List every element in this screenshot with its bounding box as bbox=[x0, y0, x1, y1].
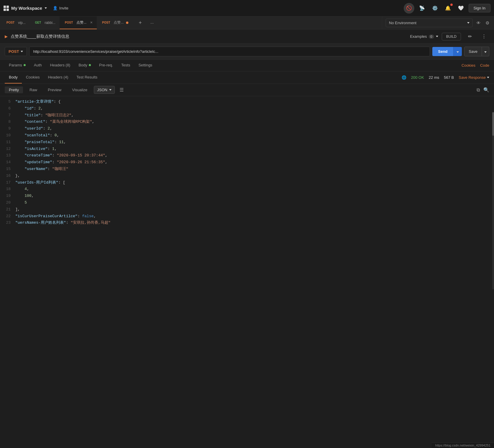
line-number: 9 bbox=[0, 126, 15, 132]
more-options-button[interactable]: ⋮ bbox=[479, 31, 489, 42]
workspace-button[interactable]: My Workspace bbox=[4, 6, 47, 11]
json-line: 22"isCurUserPraiseCurArtilce": false, bbox=[0, 213, 494, 220]
pretty-label: Pretty bbox=[9, 88, 19, 92]
edit-button[interactable]: ✏ bbox=[464, 31, 475, 42]
format-chevron-icon bbox=[109, 89, 112, 91]
line-number: 6 bbox=[0, 106, 15, 112]
save-dropdown-button[interactable] bbox=[482, 47, 489, 56]
tab-post-praise-1[interactable]: POST 点赞... ✕ bbox=[60, 17, 97, 29]
tab-close-3[interactable]: ✕ bbox=[90, 21, 93, 24]
line-content: 100, bbox=[15, 193, 494, 199]
search-button[interactable]: 🔍 bbox=[483, 87, 489, 93]
satellite-button[interactable]: 📡 bbox=[417, 3, 427, 14]
scrollbar[interactable] bbox=[492, 112, 494, 289]
line-number: 11 bbox=[0, 139, 15, 145]
line-number: 7 bbox=[0, 112, 15, 119]
sign-in-button[interactable]: Sign In bbox=[469, 4, 490, 12]
json-line: 20 5 bbox=[0, 200, 494, 206]
code-link[interactable]: Code bbox=[480, 63, 489, 68]
prereq-label: Pre-req. bbox=[99, 63, 113, 67]
format-actions: ⧉ 🔍 bbox=[477, 87, 489, 93]
raw-label: Raw bbox=[30, 88, 37, 92]
line-content: "praiseTotal": 11, bbox=[15, 139, 494, 145]
json-line: 10 "scanTotal": 0, bbox=[0, 132, 494, 139]
build-button[interactable]: BUILD bbox=[442, 33, 461, 40]
fmt-tab-visualize[interactable]: Visualize bbox=[68, 86, 91, 93]
send-dropdown-button[interactable] bbox=[453, 47, 462, 56]
favorites-button[interactable]: 🤍 bbox=[456, 3, 466, 14]
resp-tab-test-results[interactable]: Test Results bbox=[72, 71, 102, 84]
line-number: 14 bbox=[0, 159, 15, 166]
method-select[interactable]: POST bbox=[5, 47, 27, 56]
tabs-area: POST vip... GET rabbi... POST 点赞... ✕ PO… bbox=[0, 17, 382, 30]
line-content: "userName": "咖啡汪" bbox=[15, 166, 494, 172]
tab-method-4: POST bbox=[101, 21, 111, 24]
line-content: "scanTotal": 0, bbox=[15, 133, 494, 139]
resp-tab-body[interactable]: Body bbox=[5, 71, 22, 84]
fmt-tab-preview[interactable]: Preview bbox=[44, 86, 66, 93]
fmt-tab-raw[interactable]: Raw bbox=[25, 86, 41, 93]
req-tab-prereq[interactable]: Pre-req. bbox=[95, 60, 117, 71]
req-tab-settings[interactable]: Settings bbox=[134, 60, 156, 71]
save-button[interactable]: Save bbox=[464, 47, 482, 56]
resp-tab-cookies[interactable]: Cookies bbox=[22, 71, 44, 84]
line-number: 15 bbox=[0, 166, 15, 172]
resp-tab-headers[interactable]: Headers (4) bbox=[44, 71, 73, 84]
copy-button[interactable]: ⧉ bbox=[477, 87, 480, 93]
camera-off-icon: 🚫 bbox=[406, 5, 412, 11]
wrap-lines-button[interactable]: ☰ bbox=[120, 87, 124, 93]
line-number: 5 bbox=[0, 99, 15, 105]
tab-post-praise-2[interactable]: POST 点赞... bbox=[97, 17, 133, 29]
request-tabs: Params Auth Headers (8) Body Pre-req. Te… bbox=[0, 60, 494, 71]
environment-select[interactable]: No Environment bbox=[386, 19, 473, 27]
line-content: "isCurUserPraiseCurArtilce": false, bbox=[15, 213, 494, 220]
examples-button[interactable]: Examples 0 bbox=[410, 34, 438, 39]
tab-get-rabbi[interactable]: GET rabbi... bbox=[30, 17, 60, 29]
gear-icon: ⚙️ bbox=[432, 5, 438, 11]
format-type-select[interactable]: JSON bbox=[94, 86, 115, 94]
line-content: 5 bbox=[15, 200, 494, 206]
more-tabs-button[interactable]: ··· bbox=[147, 18, 157, 28]
preview-label: Preview bbox=[48, 88, 61, 92]
examples-chevron-icon bbox=[436, 36, 438, 37]
add-tab-button[interactable]: + bbox=[135, 18, 145, 28]
req-tab-auth[interactable]: Auth bbox=[30, 60, 46, 71]
camera-off-button[interactable]: 🚫 bbox=[404, 3, 414, 14]
expand-icon[interactable]: ▶ bbox=[5, 34, 8, 39]
json-line: 16}, bbox=[0, 173, 494, 179]
status-bar: https://blog.csdn.net/weixin_42994251 bbox=[432, 442, 494, 448]
req-tab-headers[interactable]: Headers (8) bbox=[46, 60, 75, 71]
response-status: 🌐 200 OK 22 ms 567 B Save Response bbox=[402, 75, 489, 80]
json-line: 18 4, bbox=[0, 186, 494, 193]
fmt-tab-pretty[interactable]: Pretty bbox=[5, 86, 23, 93]
req-tab-body[interactable]: Body bbox=[74, 60, 95, 71]
url-input[interactable] bbox=[29, 47, 430, 56]
line-number: 12 bbox=[0, 146, 15, 152]
send-button[interactable]: Send bbox=[432, 47, 454, 56]
line-content: "isActive": 1, bbox=[15, 146, 494, 152]
line-content: "userIds-用户Id列表": [ bbox=[15, 180, 494, 186]
req-tab-right: Cookies Code bbox=[462, 63, 489, 68]
status-time: 22 ms bbox=[429, 75, 439, 80]
method-chevron-icon bbox=[21, 51, 23, 52]
json-line: 7 "title": "咖啡汪日志2", bbox=[0, 112, 494, 119]
json-line: 13 "createTime": "2020-09-15 20:37:44", bbox=[0, 152, 494, 159]
visualize-label: Visualize bbox=[72, 88, 87, 92]
line-content: ], bbox=[15, 207, 494, 213]
tab-post-vip[interactable]: POST vip... bbox=[1, 17, 30, 29]
cookies-link[interactable]: Cookies bbox=[462, 63, 475, 68]
req-tab-tests[interactable]: Tests bbox=[117, 60, 134, 71]
filter-button[interactable]: ⚙ bbox=[484, 19, 490, 27]
line-number: 8 bbox=[0, 119, 15, 125]
save-response-button[interactable]: Save Response bbox=[459, 75, 489, 80]
header-row: POST vip... GET rabbi... POST 点赞... ✕ PO… bbox=[0, 17, 494, 30]
resp-test-results-label: Test Results bbox=[76, 75, 97, 79]
req-tab-params[interactable]: Params bbox=[5, 60, 30, 71]
settings-button[interactable]: ⚙️ bbox=[430, 3, 440, 14]
examples-label: Examples bbox=[410, 34, 427, 39]
eye-button[interactable]: 👁 bbox=[475, 19, 482, 27]
scrollbar-thumb[interactable] bbox=[492, 112, 494, 136]
invite-button[interactable]: 👤 Invite bbox=[53, 6, 68, 10]
tabs-actions: + ··· bbox=[133, 17, 160, 29]
environment-bar: No Environment 👁 ⚙ bbox=[382, 17, 494, 30]
